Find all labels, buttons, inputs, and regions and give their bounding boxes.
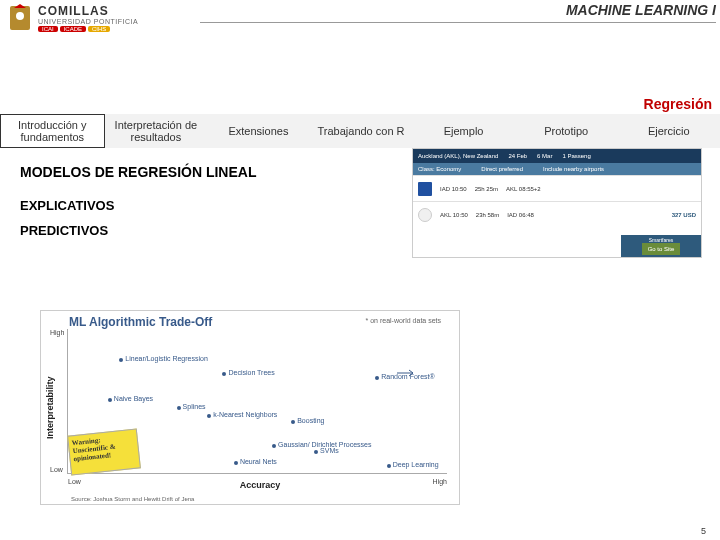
title-area: MACHINE LEARNING I bbox=[200, 0, 720, 2]
tab-ejercicio[interactable]: Ejercicio bbox=[617, 114, 720, 148]
flight-depart: 24 Feb bbox=[508, 153, 527, 159]
chart-dot bbox=[375, 376, 379, 380]
flight-from: AKL 10:50 bbox=[440, 212, 468, 218]
chart-point: Deep Learning bbox=[393, 461, 439, 468]
chart-source: Source: Joshua Storm and Hewitt Drift of… bbox=[71, 496, 194, 502]
divider bbox=[200, 22, 716, 23]
section-title: Regresión bbox=[0, 96, 712, 112]
flight-direct: Direct preferred bbox=[481, 166, 523, 172]
flight-row: IAD 10:50 25h 25m AKL 08:55+2 bbox=[413, 175, 701, 201]
school-pill: ICAI bbox=[38, 26, 58, 32]
flight-from: IAD 10:50 bbox=[440, 186, 467, 192]
airline-icon bbox=[418, 182, 432, 196]
chart-dot bbox=[387, 464, 391, 468]
flight-nearby: Include nearby airports bbox=[543, 166, 604, 172]
chart-point: Naive Bayes bbox=[114, 395, 153, 402]
flight-to: IAD 06:48 bbox=[507, 212, 534, 218]
flight-to: AKL 08:55+2 bbox=[506, 186, 541, 192]
chart-point: Linear/Logistic Regression bbox=[125, 355, 208, 362]
flight-row: AKL 10:50 23h 58m IAD 06:48 327 USD bbox=[413, 201, 701, 227]
chart-point: SVMs bbox=[320, 447, 339, 454]
tradeoff-chart: ML Algorithmic Trade-Off * on real-world… bbox=[40, 310, 460, 505]
chart-point: Splines bbox=[183, 403, 206, 410]
logo-text: COMILLAS UNIVERSIDAD PONTIFICIA ICAI ICA… bbox=[38, 4, 138, 32]
chart-dot bbox=[119, 358, 123, 362]
tab-ejemplo[interactable]: Ejemplo bbox=[412, 114, 515, 148]
nav-tabs: Introducción y fundamentos Interpretació… bbox=[0, 114, 720, 148]
flight-price: 327 USD bbox=[672, 212, 696, 218]
chart-point: Decision Trees bbox=[228, 369, 274, 376]
chart-xlabel: Accuracy bbox=[71, 480, 449, 490]
warning-sticky: Warning: Unscientific & opinionated! bbox=[67, 428, 141, 475]
tab-interpretacion[interactable]: Interpretación de resultados bbox=[105, 114, 208, 148]
chart-point: Random Forest® bbox=[381, 373, 434, 380]
y-tick-low: Low bbox=[50, 466, 63, 473]
flight-pax: 1 Passeng bbox=[562, 153, 590, 159]
go-to-site-button: Go to Site bbox=[642, 243, 681, 255]
chart-dot bbox=[222, 372, 226, 376]
tab-trabajando-r[interactable]: Trabajando con R bbox=[310, 114, 413, 148]
airline-icon bbox=[418, 208, 432, 222]
tab-introduccion[interactable]: Introducción y fundamentos bbox=[0, 114, 105, 148]
university-crest-icon bbox=[4, 2, 36, 34]
tab-extensiones[interactable]: Extensiones bbox=[207, 114, 310, 148]
y-tick-high: High bbox=[50, 329, 64, 336]
chart-dot bbox=[234, 461, 238, 465]
svg-point-1 bbox=[16, 12, 24, 20]
chart-dot bbox=[177, 406, 181, 410]
flight-dest: Auckland (AKL), New Zealand bbox=[418, 153, 498, 159]
page-number: 5 bbox=[701, 526, 706, 536]
school-pills: ICAI ICADE CIHS bbox=[38, 26, 138, 32]
chart-dot bbox=[291, 420, 295, 424]
chart-point: Boosting bbox=[297, 417, 324, 424]
university-name: COMILLAS bbox=[38, 4, 138, 18]
school-pill: ICADE bbox=[60, 26, 86, 32]
chart-dot bbox=[272, 444, 276, 448]
logo-area: COMILLAS UNIVERSIDAD PONTIFICIA ICAI ICA… bbox=[0, 0, 200, 34]
chart-dot bbox=[207, 414, 211, 418]
school-pill: CIHS bbox=[88, 26, 110, 32]
flight-return: 6 Mar bbox=[537, 153, 552, 159]
chart-point: Neural Nets bbox=[240, 458, 277, 465]
tab-prototipo[interactable]: Prototipo bbox=[515, 114, 618, 148]
flight-search-screenshot: Auckland (AKL), New Zealand 24 Feb 6 Mar… bbox=[412, 148, 702, 258]
flight-subheader: Class: Economy Direct preferred Include … bbox=[413, 163, 701, 175]
flight-duration: 25h 25m bbox=[475, 186, 498, 192]
university-subtitle: UNIVERSIDAD PONTIFICIA bbox=[38, 18, 138, 25]
flight-cta: Smartfares Go to Site bbox=[621, 235, 701, 257]
flight-header: Auckland (AKL), New Zealand 24 Feb 6 Mar… bbox=[413, 149, 701, 163]
course-title: MACHINE LEARNING I bbox=[566, 2, 716, 18]
slide-header: COMILLAS UNIVERSIDAD PONTIFICIA ICAI ICA… bbox=[0, 0, 720, 48]
flight-duration: 23h 58m bbox=[476, 212, 499, 218]
chart-dot bbox=[314, 450, 318, 454]
flight-class: Class: Economy bbox=[418, 166, 461, 172]
chart-dot bbox=[108, 398, 112, 402]
chart-ylabel: Interpretability bbox=[45, 331, 57, 484]
chart-point: k-Nearest Neighbors bbox=[213, 411, 277, 418]
chart-note: * on real-world data sets bbox=[366, 317, 441, 324]
